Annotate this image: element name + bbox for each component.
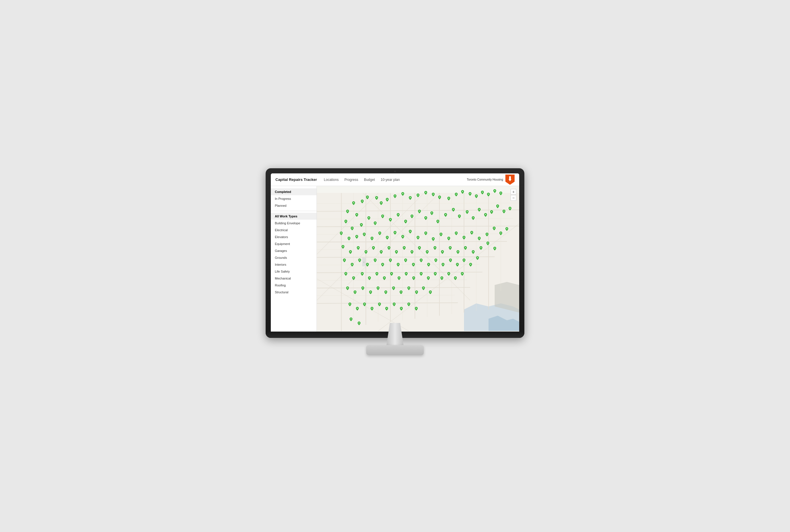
sidebar-worktype-structural[interactable]: Structural — [271, 289, 316, 296]
header: Capital Repairs Tracker Locations Progre… — [271, 173, 519, 186]
sidebar-worktype-interiors[interactable]: Interiors — [271, 261, 316, 268]
scene: Capital Repairs Tracker Locations Progre… — [266, 168, 524, 364]
header-brand: Toronto Community Housing — [467, 174, 515, 185]
sidebar-worktype-lifesafety[interactable]: Life Safety — [271, 268, 316, 275]
sidebar-status-completed[interactable]: Completed — [271, 188, 316, 195]
monitor-screen-bezel: Capital Repairs Tracker Locations Progre… — [271, 173, 519, 338]
sidebar-worktype-grounds[interactable]: Grounds — [271, 254, 316, 261]
zoom-in-button[interactable]: + — [510, 189, 516, 195]
sidebar-worktype-mechanical[interactable]: Mechanical — [271, 275, 316, 282]
sidebar-worktype-elevators[interactable]: Elevators — [271, 233, 316, 241]
monitor-outer: Capital Repairs Tracker Locations Progre… — [266, 168, 524, 338]
brand-logo — [505, 174, 515, 185]
sidebar-worktype-equipment[interactable]: Equipment — [271, 241, 316, 247]
sidebar-worktype-electrical[interactable]: Electrical — [271, 227, 316, 233]
sidebar-worktype-building-envelope[interactable]: Building Envelope — [271, 220, 316, 227]
sidebar-collapse-button[interactable]: ‹ — [362, 258, 366, 266]
nav-10year[interactable]: 10-year plan — [381, 176, 400, 183]
sidebar-worktype-roofing[interactable]: Roofing — [271, 282, 316, 289]
nav-budget[interactable]: Budget — [364, 176, 375, 183]
app-title: Capital Repairs Tracker — [275, 177, 317, 182]
sidebar-worktype-garages[interactable]: Garages — [271, 247, 316, 254]
map-svg — [317, 186, 519, 338]
sidebar-worktype-all[interactable]: All Work Types — [271, 213, 316, 220]
nav-bar: Locations Progress Budget 10-year plan — [324, 176, 467, 183]
sidebar-divider — [271, 211, 316, 211]
nav-progress[interactable]: Progress — [344, 176, 358, 183]
sidebar-status-inprogress[interactable]: In Progress — [271, 195, 316, 202]
brand-name: Toronto Community Housing — [467, 178, 503, 182]
worktype-section: All Work Types Building Envelope Electri… — [271, 213, 316, 296]
app: Capital Repairs Tracker Locations Progre… — [271, 173, 519, 338]
main-content: Completed In Progress Planned All Work T… — [271, 186, 519, 338]
map-container[interactable]: + − ‹ — [317, 186, 519, 338]
monitor-camera — [394, 171, 396, 172]
zoom-out-button[interactable]: − — [510, 195, 516, 201]
status-section: Completed In Progress Planned — [271, 188, 316, 209]
monitor-stand-base — [366, 345, 424, 355]
nav-locations[interactable]: Locations — [324, 176, 339, 183]
sidebar-status-planned[interactable]: Planned — [271, 202, 316, 209]
map-controls: + − — [510, 189, 516, 201]
sidebar: Completed In Progress Planned All Work T… — [271, 186, 317, 338]
